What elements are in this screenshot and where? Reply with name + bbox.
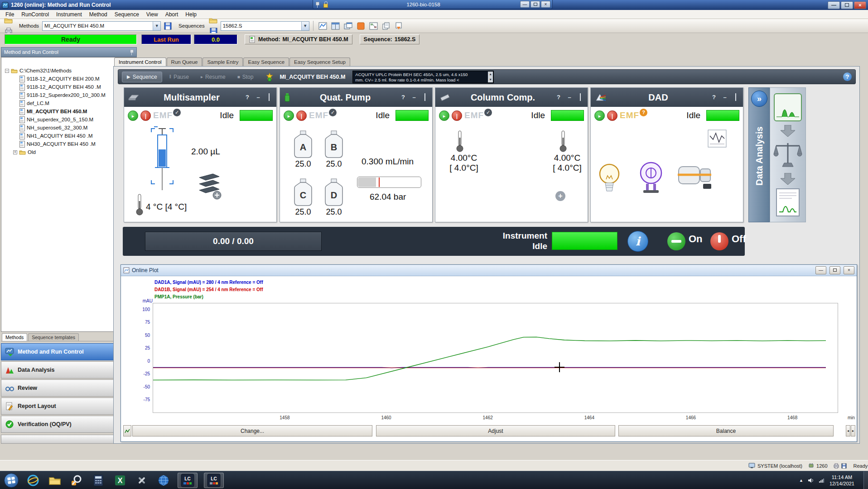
panel-maximize-button[interactable] (577, 94, 584, 101)
explorer-folder-icon[interactable] (47, 473, 63, 488)
sidebar-tab-methods[interactable]: Methods (2, 333, 27, 341)
internet-explorer-icon[interactable] (25, 473, 41, 488)
method-combobox[interactable]: MI_ACQUITY BEH 450.M ▼ (42, 21, 161, 31)
help-button[interactable]: ? (843, 72, 852, 81)
remote-restore-button[interactable] (530, 1, 540, 8)
copy-icon[interactable] (382, 22, 390, 30)
minimize-button[interactable]: — (828, 1, 840, 9)
emf-label[interactable]: EMF (153, 110, 173, 120)
solvent-bottle-c[interactable]: C (293, 178, 313, 206)
info-spinner[interactable]: ▲▼ (488, 72, 493, 82)
sequence-button[interactable]: ▶Sequence (122, 72, 162, 82)
start-icon[interactable] (594, 110, 605, 121)
power-off-button[interactable] (710, 232, 728, 250)
tray-expand-icon[interactable]: ▲ (799, 478, 803, 483)
tools-icon[interactable] (134, 473, 149, 488)
online-plot-titlebar[interactable]: Online Plot — × (121, 265, 857, 276)
tab-sample-entry[interactable]: Sample Entry (203, 58, 243, 66)
start-icon[interactable] (128, 110, 138, 121)
calculator-icon[interactable] (91, 473, 106, 488)
start-icon[interactable] (439, 110, 449, 121)
tile-windows-icon[interactable] (331, 22, 340, 30)
change-button[interactable]: Change... (132, 425, 372, 436)
stop-icon[interactable] (296, 110, 307, 121)
save-method-icon[interactable] (164, 22, 172, 30)
emf-label[interactable]: EMF (464, 110, 484, 120)
scroll-left-button[interactable]: ◂ (846, 425, 850, 436)
solvent-bottle-b[interactable]: B (323, 130, 344, 158)
download-icon[interactable] (395, 22, 403, 30)
info-icon[interactable]: i (627, 231, 648, 252)
stop-icon[interactable] (140, 110, 151, 121)
expand-button[interactable]: + (555, 191, 565, 201)
lamp-bulb-icon[interactable] (596, 162, 622, 194)
start-icon[interactable] (284, 110, 294, 121)
lc-online-icon[interactable]: LC (178, 473, 198, 488)
panel-help-button[interactable]: ? (710, 94, 718, 101)
chevron-down-icon[interactable]: ▼ (153, 22, 160, 30)
tab-run-queue[interactable]: Run Queue (167, 58, 203, 66)
menu-instrument[interactable]: Instrument (53, 10, 86, 19)
panel-help-button[interactable]: ? (400, 94, 407, 101)
sidebar-tab-sequence-templates[interactable]: Sequence templates (28, 333, 79, 341)
remote-close-button[interactable]: × (541, 1, 550, 8)
chevron-down-icon[interactable]: ▼ (301, 22, 309, 30)
solvent-bottle-d[interactable]: D (323, 178, 344, 206)
plot-settings-button[interactable] (123, 425, 131, 436)
close-button[interactable]: × (854, 1, 866, 9)
menu-sequence[interactable]: Sequence (111, 10, 143, 19)
panel-minimize-button[interactable]: – (410, 94, 418, 101)
stop-button[interactable]: ■Stop (233, 72, 258, 82)
adjust-button[interactable]: Adjust (376, 425, 615, 436)
syringe-icon[interactable] (150, 126, 174, 194)
menu-help[interactable]: Help (182, 10, 200, 19)
column-comp-header[interactable]: Column Comp. ? – (435, 88, 588, 107)
system-diagram-icon[interactable] (369, 22, 378, 30)
pause-button[interactable]: ‖Pause (165, 72, 193, 82)
panel-maximize-button[interactable] (265, 94, 273, 101)
scroll-right-button[interactable]: ▸ (851, 425, 855, 436)
tab-easy-sequence-setup[interactable]: Easy Sequence Setup (289, 58, 350, 66)
open-method-icon[interactable] (4, 17, 13, 24)
menu-view[interactable]: View (143, 10, 162, 19)
emf-label[interactable]: EMF (309, 110, 328, 120)
column-info-box[interactable]: ACQUITY UPLC Protein BEH SEC 450A, 2.5 u… (352, 71, 494, 83)
pin-icon[interactable] (315, 1, 319, 8)
emf-label[interactable]: EMF (620, 110, 639, 120)
flow-cell-icon[interactable] (678, 163, 714, 191)
expand-data-analysis-button[interactable]: » (751, 91, 767, 107)
solvent-bottle-a[interactable]: A (293, 130, 313, 158)
quat-pump-header[interactable]: Quat. Pump ? – (280, 88, 432, 107)
report-icon[interactable] (774, 188, 802, 216)
remote-minimize-button[interactable]: — (520, 1, 530, 8)
panel-help-button[interactable]: ? (555, 94, 562, 101)
plot-maximize-button[interactable] (829, 266, 840, 274)
spreadsheet-icon[interactable]: X (112, 473, 128, 488)
start-button[interactable] (4, 473, 19, 488)
sequence-combobox[interactable]: 15862.S ▼ (221, 21, 309, 31)
online-plot-icon[interactable] (318, 22, 327, 30)
panel-help-button[interactable]: ? (244, 94, 251, 101)
network-icon[interactable] (819, 478, 825, 483)
spectrum-chart-icon[interactable] (708, 129, 727, 148)
balance-button[interactable]: Balance (618, 425, 834, 436)
power-on-button[interactable] (667, 232, 685, 250)
panel-maximize-button[interactable] (732, 94, 739, 101)
menu-runcontrol[interactable]: RunControl (18, 10, 53, 19)
open-sequence-icon[interactable] (209, 17, 218, 24)
plot-close-button[interactable]: × (844, 266, 854, 274)
search-icon[interactable] (69, 473, 84, 488)
stop-icon[interactable] (452, 110, 462, 121)
tab-instrument-control[interactable]: Instrument Control (114, 58, 166, 67)
plot-area[interactable] (153, 303, 838, 413)
pin-icon[interactable] (129, 49, 134, 55)
panel-minimize-button[interactable]: – (721, 94, 728, 101)
balance-icon[interactable] (773, 140, 802, 169)
stop-run-icon[interactable] (357, 22, 365, 30)
cascade-windows-icon[interactable] (344, 22, 352, 30)
resume-button[interactable]: ▸Resume (196, 72, 230, 82)
restore-button[interactable] (841, 1, 853, 9)
volume-icon[interactable] (808, 478, 814, 483)
taskbar-clock[interactable]: 11:14 AM 12/14/2021 (829, 474, 854, 487)
globe-icon[interactable] (156, 473, 171, 488)
